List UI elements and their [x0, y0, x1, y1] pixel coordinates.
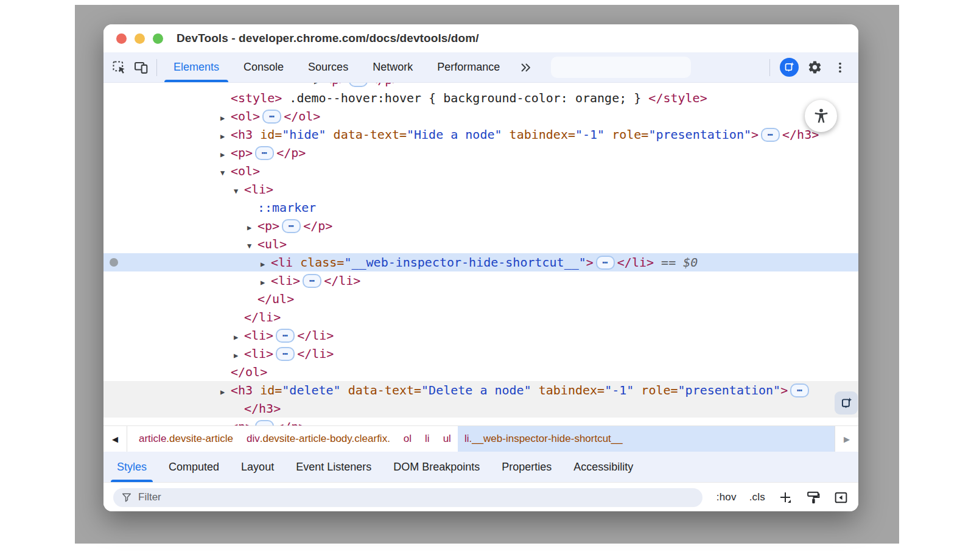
code-token-tag: </p> [276, 145, 306, 160]
code-token-tag: <ol> [231, 109, 260, 124]
code-token-tag: <li> [271, 273, 300, 288]
ai-assistance-floating-button[interactable] [835, 391, 858, 415]
tab-event-listeners[interactable]: Event Listeners [285, 452, 382, 482]
rendering-emulation-button[interactable] [805, 490, 821, 505]
minimize-window-button[interactable] [135, 33, 145, 44]
dom-tree-row[interactable]: ▶<p>⋯</p> [103, 144, 858, 162]
code-token-val: "delete" [282, 383, 340, 397]
dom-tree-row[interactable]: ▶<h3 id="hide" data-text="Hide a node" t… [103, 125, 858, 144]
toolbar-highlight [551, 57, 691, 78]
settings-button[interactable] [804, 57, 825, 79]
dom-tree-row[interactable]: ▶<li>⋯</li> [103, 326, 858, 345]
tab-elements[interactable]: Elements [161, 52, 231, 82]
code-token-attr: id= [253, 127, 282, 142]
code-token-tag: </h3> [244, 401, 281, 416]
dom-tree-row[interactable]: ▶<p>⋯</p> [103, 83, 858, 89]
ellipsis-badge[interactable]: ⋯ [790, 383, 809, 397]
collapsed-arrow-icon[interactable]: ▶ [220, 109, 231, 127]
paint-brush-icon [805, 490, 821, 505]
breadcrumb-item[interactable]: li.__web-inspector-hide-shortcut__ [458, 426, 835, 452]
toolbar-right-controls [765, 57, 851, 79]
dom-tree-row[interactable]: ▶<p>⋯</p> [103, 217, 858, 235]
collapsed-arrow-icon[interactable]: ▶ [261, 273, 271, 292]
toggle-sidebar-button[interactable] [833, 490, 849, 505]
collapsed-arrow-icon[interactable]: ▶ [234, 328, 244, 346]
ellipsis-badge[interactable]: ⋯ [282, 219, 301, 233]
dom-tree-row[interactable]: ::marker [103, 198, 858, 217]
dom-tree-row[interactable]: ▼<li> [103, 180, 858, 198]
tab-console[interactable]: Console [231, 52, 296, 82]
tab-styles[interactable]: Styles [106, 452, 158, 482]
dom-tree-row[interactable]: ▶<li>⋯</li> [103, 345, 858, 363]
desktop-background: DevTools - developer.chrome.com/docs/dev… [75, 5, 899, 544]
tab-sources[interactable]: Sources [296, 52, 360, 82]
dom-tree-row[interactable]: ▼<ol> [103, 162, 858, 180]
toggle-device-toolbar-button[interactable] [130, 57, 152, 79]
tab-layout[interactable]: Layout [230, 452, 285, 482]
toolbar-separator [156, 59, 157, 76]
code-token-tag: <li [271, 255, 293, 270]
style-filter-input[interactable]: Filter [113, 488, 702, 507]
ellipsis-badge[interactable]: ⋯ [255, 420, 274, 425]
expanded-arrow-icon[interactable]: ▼ [220, 164, 231, 182]
ellipsis-badge[interactable]: ⋯ [255, 146, 274, 160]
code-token-dollar: $0 [683, 255, 698, 270]
dom-tree-row[interactable]: ▶<p>⋯</p> [103, 418, 858, 425]
close-window-button[interactable] [116, 33, 127, 44]
breadcrumb-item[interactable]: div.devsite-article-body.clearfix. [240, 426, 397, 452]
tab-performance[interactable]: Performance [425, 52, 512, 82]
ai-assistance-button[interactable] [778, 57, 800, 79]
expanded-arrow-icon[interactable]: ▼ [247, 237, 258, 255]
ellipsis-badge[interactable]: ⋯ [349, 83, 368, 87]
dom-tree-row[interactable]: </ol> [103, 363, 858, 381]
collapsed-arrow-icon[interactable]: ▶ [220, 127, 231, 145]
breadcrumb: article.devsite-articlediv.devsite-artic… [127, 426, 835, 452]
dom-tree-row[interactable]: ▶<li>⋯</li> [103, 271, 858, 290]
ellipsis-badge[interactable]: ⋯ [761, 128, 780, 142]
collapsed-arrow-icon[interactable]: ▶ [220, 383, 231, 401]
expanded-arrow-icon[interactable]: ▼ [234, 182, 244, 200]
more-tabs-button[interactable] [512, 61, 540, 74]
ellipsis-badge[interactable]: ⋯ [276, 347, 295, 361]
accessibility-overlay-button[interactable] [805, 100, 837, 132]
breadcrumb-tag: article [139, 433, 166, 445]
dom-tree-row[interactable]: </h3> [103, 399, 858, 418]
breadcrumb-item[interactable]: ol [397, 426, 418, 452]
collapsed-arrow-icon[interactable]: ▶ [261, 255, 271, 273]
collapsed-arrow-icon[interactable]: ▶ [220, 145, 231, 164]
inspect-element-button[interactable] [108, 57, 130, 79]
breadcrumb-item[interactable]: li [418, 426, 436, 452]
breadcrumb-item[interactable]: article.devsite-article [132, 426, 240, 452]
devtools-menu-button[interactable] [829, 57, 851, 79]
dom-tree-row[interactable]: ▶<li class="__web-inspector-hide-shortcu… [103, 253, 858, 271]
breadcrumb-scroll-right-button[interactable]: ▶ [835, 426, 858, 452]
dom-tree-row[interactable]: ▶<ol>⋯</ol> [103, 107, 858, 125]
tab-computed[interactable]: Computed [158, 452, 230, 482]
code-token-tag: <li> [244, 328, 273, 343]
tab-network[interactable]: Network [360, 52, 425, 82]
tab-dom-breakpoints[interactable]: DOM Breakpoints [382, 452, 491, 482]
breadcrumb-item[interactable]: ul [436, 426, 458, 452]
element-classes-button[interactable]: .cls [749, 491, 765, 503]
collapsed-arrow-icon[interactable]: ▶ [220, 419, 231, 425]
breadcrumb-scroll-left-button[interactable]: ◀ [103, 426, 127, 452]
toggle-element-state-button[interactable]: :hov [716, 491, 737, 503]
zoom-window-button[interactable] [153, 33, 163, 44]
tab-properties[interactable]: Properties [491, 452, 562, 482]
tab-accessibility[interactable]: Accessibility [562, 452, 644, 482]
collapsed-arrow-icon[interactable]: ▶ [234, 346, 244, 365]
kebab-menu-icon [833, 61, 847, 74]
dom-tree-row[interactable]: </li> [103, 308, 858, 326]
ellipsis-badge[interactable]: ⋯ [276, 329, 295, 343]
ellipsis-badge[interactable]: ⋯ [303, 274, 321, 288]
breadcrumb-tag: li [425, 433, 430, 445]
dom-tree-row[interactable]: </ul> [103, 290, 858, 308]
dom-tree-row[interactable]: ▶<h3 id="delete" data-text="Delete a nod… [103, 381, 858, 399]
collapsed-arrow-icon[interactable]: ▶ [247, 219, 258, 237]
code-token-attr: id= [253, 383, 282, 397]
ellipsis-badge[interactable]: ⋯ [596, 256, 615, 270]
dom-tree-row[interactable]: <style> .demo--hover:hover { background-… [103, 89, 858, 107]
dom-tree-row[interactable]: ▼<ul> [103, 235, 858, 253]
new-style-rule-button[interactable] [778, 490, 793, 505]
ellipsis-badge[interactable]: ⋯ [262, 110, 281, 124]
